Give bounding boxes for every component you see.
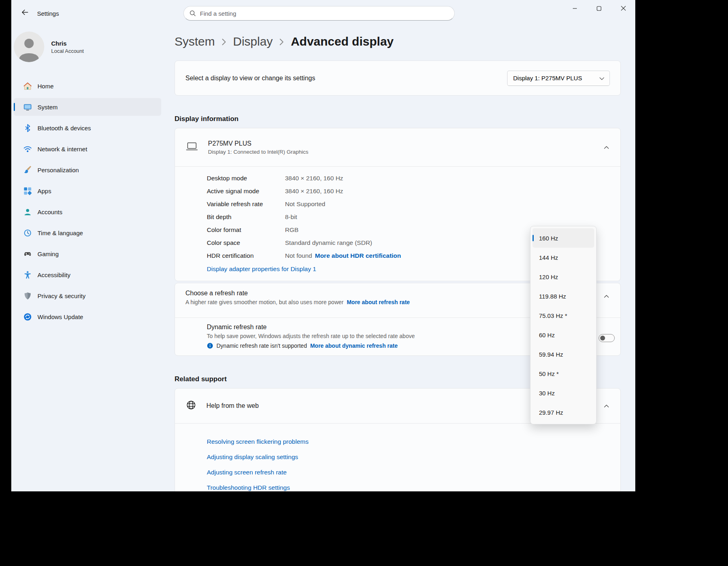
toggle-knob [600, 336, 605, 340]
display-select-dropdown[interactable]: Display 1: P275MV PLUS [507, 71, 610, 86]
sidebar-item-label: Accounts [37, 209, 62, 215]
sidebar-nav: Home System Bluetooth & devices Network … [14, 77, 173, 326]
chevron-right-icon [279, 35, 284, 48]
display-information-expander[interactable]: P275MV PLUS Display 1: Connected to Inte… [175, 128, 620, 166]
breadcrumb-display[interactable]: Display [233, 35, 272, 48]
more-about-refresh-rate-link[interactable]: More about refresh rate [347, 299, 410, 305]
maximize-icon [597, 6, 601, 12]
dropdown-option-75-03hz[interactable]: 75.03 Hz * [532, 306, 594, 325]
sidebar-item-accounts[interactable]: Accounts [14, 203, 161, 221]
sidebar-item-network-internet[interactable]: Network & internet [14, 140, 161, 158]
select-display-label: Select a display to view or change its s… [185, 75, 315, 82]
dropdown-option-30hz[interactable]: 30 Hz [532, 383, 594, 403]
sidebar-item-label: Time & language [37, 230, 83, 236]
sidebar-item-privacy-security[interactable]: Privacy & security [14, 287, 161, 305]
dynamic-refresh-rate-toggle[interactable] [599, 334, 615, 342]
breadcrumb-system[interactable]: System [175, 35, 215, 48]
detail-row-active-signal-mode: Active signal mode 3840 × 2160, 160 Hz [207, 185, 620, 198]
chevron-down-icon [599, 75, 604, 81]
user-name: Chris [51, 40, 84, 47]
refresh-rate-dropdown-menu: 160 Hz 144 Hz 120 Hz 119.88 Hz 75.03 Hz … [530, 226, 597, 424]
back-button[interactable] [17, 6, 32, 19]
dropdown-option-60hz[interactable]: 60 Hz [532, 325, 594, 345]
maximize-button[interactable] [587, 0, 611, 18]
sidebar-item-label: Privacy & security [37, 292, 85, 299]
avatar [14, 31, 44, 62]
sidebar-item-label: Accessibility [37, 272, 71, 278]
info-icon [207, 343, 213, 349]
detail-label: Color space [207, 236, 285, 249]
select-display-card: Select a display to view or change its s… [175, 61, 621, 96]
detail-value: Not Supported [285, 198, 325, 211]
help-link-hdr-settings[interactable]: Troubleshooting HDR settings [207, 480, 620, 491]
sidebar-item-system[interactable]: System [14, 98, 161, 116]
bluetooth-icon [23, 124, 32, 132]
detail-row-variable-refresh-rate: Variable refresh rate Not Supported [207, 198, 620, 211]
sidebar-item-time-language[interactable]: Time & language [14, 224, 161, 242]
detail-value: 8-bit [285, 211, 297, 223]
sidebar-item-label: Personalization [37, 167, 79, 173]
chevron-up-icon [604, 294, 609, 298]
dropdown-option-160hz[interactable]: 160 Hz [532, 228, 594, 248]
sidebar-item-label: Network & internet [37, 146, 87, 152]
help-links: Resolving screen flickering problems Adj… [175, 424, 620, 491]
system-icon [23, 103, 32, 111]
page-title: Advanced display [291, 35, 393, 48]
close-button[interactable] [611, 0, 635, 18]
apps-icon [23, 187, 32, 195]
search-input[interactable] [200, 10, 452, 17]
detail-value: 3840 × 2160, 160 Hz [285, 185, 343, 198]
app-title: Settings [37, 10, 59, 17]
detail-row-desktop-mode: Desktop mode 3840 × 2160, 160 Hz [207, 172, 620, 185]
sidebar-item-windows-update[interactable]: Windows Update [14, 308, 161, 326]
dropdown-option-119-88hz[interactable]: 119.88 Hz [532, 286, 594, 306]
caption-buttons [563, 0, 635, 18]
network-icon [23, 145, 32, 153]
chevron-up-icon [604, 146, 609, 149]
device-name: P275MV PLUS [208, 140, 308, 147]
sidebar-item-apps[interactable]: Apps [14, 182, 161, 200]
chevron-right-icon [222, 35, 226, 48]
hdr-certification-link[interactable]: More about HDR certification [315, 249, 401, 262]
dropdown-option-50hz[interactable]: 50 Hz * [532, 364, 594, 383]
detail-value: RGB [285, 223, 299, 236]
help-link-screen-refresh-rate[interactable]: Adjusting screen refresh rate [207, 465, 620, 480]
more-about-dynamic-refresh-rate-link[interactable]: More about dynamic refresh rate [310, 343, 397, 349]
sidebar-item-label: System [37, 104, 58, 111]
status-text: Dynamic refresh rate isn't supported [216, 343, 307, 349]
sidebar-item-bluetooth-devices[interactable]: Bluetooth & devices [14, 119, 161, 137]
sidebar-item-label: Gaming [37, 251, 59, 257]
dropdown-option-59-94hz[interactable]: 59.94 Hz [532, 345, 594, 364]
globe-icon [186, 400, 196, 412]
device-subtitle: Display 1: Connected to Intel(R) Graphic… [208, 149, 308, 155]
time-language-icon [23, 229, 32, 237]
refresh-rate-subtitle: A higher rate gives smoother motion, but… [185, 299, 343, 305]
sidebar-item-label: Apps [37, 188, 51, 194]
dropdown-option-120hz[interactable]: 120 Hz [532, 267, 594, 286]
minimize-button[interactable] [563, 0, 587, 18]
help-link-screen-flickering[interactable]: Resolving screen flickering problems [207, 434, 620, 449]
sidebar: Chris Local Account Home System Bluetoot… [11, 24, 173, 491]
user-card[interactable]: Chris Local Account [14, 31, 173, 62]
dropdown-option-144hz[interactable]: 144 Hz [532, 248, 594, 267]
sidebar-item-gaming[interactable]: Gaming [14, 245, 161, 263]
help-link-display-scaling[interactable]: Adjusting display scaling settings [207, 449, 620, 465]
detail-label: HDR certification [207, 249, 285, 262]
detail-value: Not found [285, 249, 312, 262]
sidebar-item-label: Bluetooth & devices [37, 125, 91, 132]
refresh-rate-text: Choose a refresh rate A higher rate give… [185, 290, 410, 305]
sidebar-item-home[interactable]: Home [14, 77, 161, 95]
detail-label: Variable refresh rate [207, 198, 285, 211]
display-adapter-properties-link[interactable]: Display adapter properties for Display 1 [207, 265, 316, 273]
sidebar-item-accessibility[interactable]: Accessibility [14, 266, 161, 284]
display-information-heading: Display information [175, 115, 621, 123]
detail-value: Standard dynamic range (SDR) [285, 236, 372, 249]
sidebar-item-personalization[interactable]: Personalization [14, 161, 161, 179]
sidebar-item-label: Home [37, 83, 54, 90]
home-icon [23, 82, 32, 90]
dropdown-option-29-97hz[interactable]: 29.97 Hz [532, 403, 594, 422]
user-info: Chris Local Account [51, 40, 84, 54]
search-icon [189, 10, 196, 17]
minimize-icon [572, 6, 577, 12]
gaming-icon [23, 250, 32, 258]
